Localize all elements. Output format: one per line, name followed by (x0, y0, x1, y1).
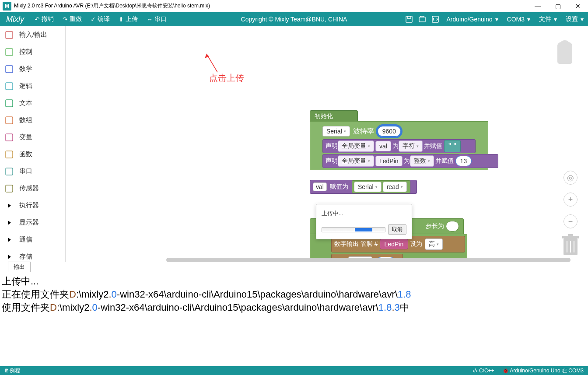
svg-rect-5 (6, 49, 13, 56)
settings-menu[interactable]: 设置▾ (561, 15, 588, 23)
undo-label: 撤销 (42, 15, 54, 23)
svg-rect-6 (6, 66, 13, 73)
sidebar-item[interactable]: 逻辑 (0, 77, 65, 95)
toolbar: Mixly ↶撤销 ↷重做 ✓编译 ⬆上传 ↔串口 Copyright © Mi… (0, 12, 588, 26)
code-icon-button[interactable] (429, 12, 442, 26)
center-button[interactable]: ◎ (564, 171, 578, 185)
sidebar-item[interactable]: 通信 (0, 231, 65, 248)
backpack-icon[interactable] (553, 39, 579, 66)
sidebar-item[interactable]: 变量 (0, 129, 65, 146)
file-label: 文件 (539, 15, 551, 23)
compile-button[interactable]: ✓编译 (86, 12, 114, 26)
step-value[interactable]: 1 (446, 221, 459, 231)
sidebar-item-label: 函数 (19, 150, 32, 158)
sidebar-item[interactable]: 输入/输出 (0, 26, 65, 43)
sidebar-item-label: 数组 (19, 116, 32, 124)
dialog-title: 上传中... (322, 210, 406, 217)
type-chip[interactable]: 整数▾ (410, 155, 434, 167)
output-tab[interactable]: 输出 (8, 262, 31, 272)
cancel-button[interactable]: 取消 (388, 224, 406, 235)
category-icon (5, 48, 13, 56)
sidebar-item-label: 显示器 (19, 218, 39, 227)
trash-icon[interactable] (561, 233, 580, 258)
pin-ledpin[interactable]: LedPin (380, 239, 409, 249)
port-label: COM3 (507, 16, 525, 23)
scope-chip[interactable]: 全局变量▾ (338, 155, 374, 167)
setup-block-header[interactable]: 初始化 (310, 110, 358, 121)
category-icon (5, 151, 13, 158)
declare-val-block[interactable]: 声明 全局变量▾ val 为 字符▾ 并赋值 " " (322, 139, 476, 153)
zoom-in-button[interactable]: + (564, 193, 578, 207)
sidebar-item-label: 传感器 (19, 184, 39, 193)
app-logo-icon: M (3, 2, 11, 11)
var-name-chip[interactable]: LedPin (375, 156, 402, 166)
sidebar-item[interactable]: 显示器 (0, 214, 65, 231)
output-line: 正在使用文件夹D:\mixly2.0-win32-x64\arduino-cli… (2, 288, 586, 301)
sidebar-item-label: 文本 (19, 99, 32, 107)
svg-rect-13 (6, 185, 13, 192)
redo-icon: ↷ (63, 16, 68, 23)
save-icon-button[interactable] (402, 12, 416, 26)
workspace[interactable]: 点击上传 ◎ + − 初始化 Serial▾ 波特率 9600 声明 全局变量▾… (70, 26, 588, 262)
example-link[interactable]: 例程 (10, 367, 20, 375)
scope-chip[interactable]: 全局变量▾ (338, 140, 374, 152)
var-name-chip[interactable]: val (375, 141, 391, 151)
setup-block-body[interactable]: Serial▾ 波特率 9600 声明 全局变量▾ val 为 字符▾ 并赋值 … (310, 121, 488, 170)
sidebar-item-label: 逻辑 (19, 82, 32, 90)
category-icon (5, 133, 13, 141)
sidebar-item[interactable]: 传感器 (0, 180, 65, 197)
category-icon (5, 202, 13, 210)
example-icon: 🗎 (4, 368, 10, 374)
chevron-down-icon: ▾ (527, 16, 530, 23)
serial-chip[interactable]: Serial▾ (322, 126, 350, 137)
output-panel: 上传中... 正在使用文件夹D:\mixly2.0-win32-x64\ardu… (0, 272, 588, 366)
serial-icon: ↔ (147, 16, 153, 23)
file-menu[interactable]: 文件▾ (535, 15, 561, 23)
maximize-button[interactable]: ▢ (548, 0, 568, 12)
category-icon (5, 31, 13, 39)
svg-rect-18 (568, 234, 573, 236)
minimize-button[interactable]: — (528, 0, 548, 12)
zoom-out-button[interactable]: − (564, 214, 578, 228)
block-area: 初始化 Serial▾ 波特率 9600 声明 全局变量▾ val 为 字符▾ … (310, 110, 488, 194)
string-value[interactable]: " " (444, 140, 461, 152)
baud-value[interactable]: 9600 (378, 126, 401, 137)
category-icon (5, 168, 13, 175)
serial-button[interactable]: ↔串口 (142, 12, 171, 26)
sidebar-item[interactable]: 数学 (0, 60, 65, 77)
sidebar-item[interactable]: 控制 (0, 43, 65, 60)
val-assign-block[interactable]: val 赋值为 Serial▾ read▾ (310, 180, 417, 194)
category-icon (5, 185, 13, 193)
sidebar-item[interactable]: 文本 (0, 95, 65, 112)
port-dropdown[interactable]: COM3▾ (503, 16, 535, 23)
output-line: 使用文件夹D:\mixly2.0-win32-x64\arduino-cli\A… (2, 301, 586, 314)
category-icon (5, 99, 13, 107)
sidebar-item[interactable]: 函数 (0, 146, 65, 163)
category-icon (5, 253, 13, 261)
sidebar-item[interactable]: 串口 (0, 163, 65, 180)
lang-indicator: ‹/› C/C++ (472, 368, 494, 374)
sidebar-item[interactable]: 执行器 (0, 197, 65, 214)
category-sidebar: 输入/输出控制数学逻辑文本数组变量函数串口传感器执行器显示器通信存储 (0, 26, 66, 262)
horizontal-scrollbar[interactable] (166, 258, 570, 262)
type-chip[interactable]: 字符▾ (399, 140, 423, 152)
undo-button[interactable]: ↶撤销 (30, 12, 58, 26)
redo-label: 重做 (70, 15, 82, 23)
compile-label: 编译 (98, 15, 110, 23)
declare-ledpin-block[interactable]: 声明 全局变量▾ LedPin 为 整数▾ 并赋值 13 (322, 154, 498, 168)
sidebar-item[interactable]: 数组 (0, 112, 65, 129)
serial-read-block[interactable]: Serial▾ read▾ (352, 180, 410, 193)
upload-button[interactable]: ⬆上传 (114, 12, 142, 26)
board-dropdown[interactable]: Arduino/Genuino▾ (442, 16, 502, 23)
svg-rect-10 (6, 134, 13, 141)
redo-button[interactable]: ↷重做 (58, 12, 86, 26)
sidebar-item-label: 存储 (19, 252, 32, 261)
close-button[interactable]: ✕ (568, 0, 588, 12)
svg-rect-17 (562, 236, 579, 238)
open-icon-button[interactable] (416, 12, 429, 26)
ledpin-value[interactable]: 13 (455, 156, 472, 166)
val-chip[interactable]: val (313, 182, 327, 191)
category-icon (5, 65, 13, 73)
chevron-down-icon: ▾ (581, 16, 584, 23)
high-chip[interactable]: 高▾ (425, 238, 443, 250)
